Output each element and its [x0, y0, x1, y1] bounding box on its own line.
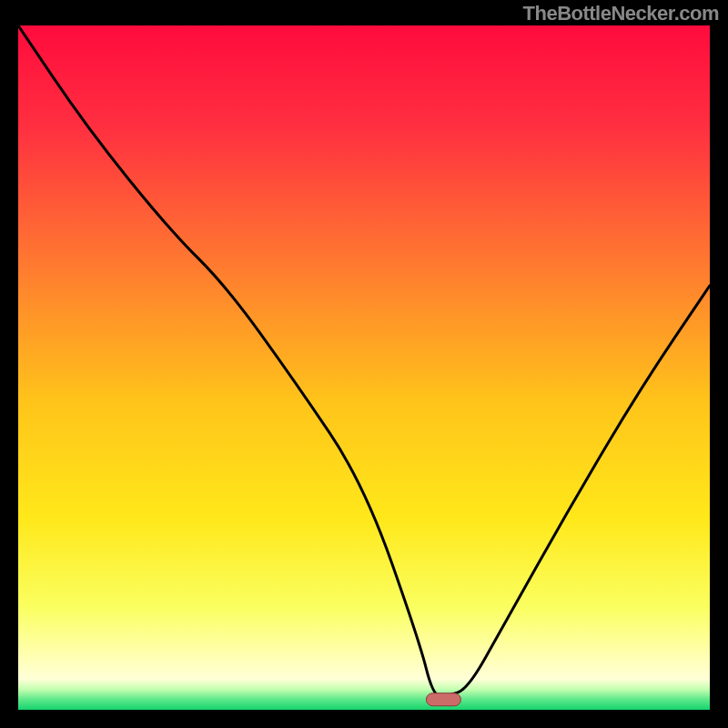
minimum-marker	[426, 693, 460, 706]
bottleneck-chart	[18, 25, 710, 710]
chart-frame	[18, 25, 710, 710]
watermark-text: TheBottleNecker.com	[523, 2, 719, 25]
plot-background	[18, 25, 710, 710]
